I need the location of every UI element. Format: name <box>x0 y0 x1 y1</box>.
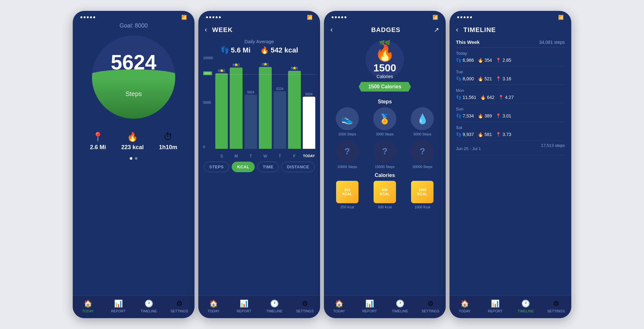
nav-today-2[interactable]: 🏠 TODAY <box>198 300 229 313</box>
steps-label: Steps <box>125 90 142 98</box>
report-icon-2: 📊 <box>240 300 248 308</box>
bar-4 <box>274 91 286 149</box>
x-label-1: M <box>230 154 242 158</box>
wifi-icon: 📶 <box>181 15 187 20</box>
status-bar-4: 📶 <box>450 11 571 22</box>
nav-today-3[interactable]: 🏠 TODAY <box>324 300 354 313</box>
green-fill <box>92 79 175 119</box>
y-label-top: 10000 <box>203 56 213 60</box>
sun-distance-stat: 📍 3.01 <box>496 113 511 118</box>
calories-section-title: Calories <box>324 173 446 178</box>
badges-header: ‹ BADGES ↗ <box>324 22 446 36</box>
avg-calories: 🔥 542 kcal <box>260 46 298 54</box>
nav-today[interactable]: 🏠 TODAY <box>73 300 103 313</box>
today-calories-stat: 🔥 354 <box>478 58 492 63</box>
sd <box>464 16 466 18</box>
bar-6 <box>303 97 315 149</box>
pin-icon-sat: 📍 <box>496 132 501 137</box>
status-bar-2: 📶 <box>198 11 320 22</box>
steps-section-title: Steps <box>324 99 446 105</box>
sat-calories: 581 <box>484 132 492 137</box>
footstep-icon-sun: 👣 <box>456 113 461 118</box>
day-sat-stats: 👣 9,937 🔥 581 📍 3.73 <box>456 132 565 137</box>
settings-icon-4: ⚙ <box>553 300 559 308</box>
nav-timeline-3[interactable]: 🕐 TIMELINE <box>385 300 415 313</box>
sd <box>460 16 462 18</box>
unknown-icon-2: ? <box>382 146 387 156</box>
badge-250-kcal: 250KCAL 250 Kcal <box>330 181 364 209</box>
bottom-nav-4: 🏠 TODAY 📊 REPORT 🕐 TIMELINE ⚙ SETTINGS <box>450 295 571 318</box>
nav-timeline-4[interactable]: 🕐 TIMELINE <box>510 300 541 313</box>
filter-kcal[interactable]: KCAL <box>232 162 255 172</box>
daily-avg-section: Daily Average 👣 5.6 Mi 🔥 542 kcal <box>198 36 320 56</box>
back-button-week[interactable]: ‹ <box>205 26 207 34</box>
steps-circle: 5624 Steps <box>89 32 178 122</box>
pin-icon-t: 📍 <box>496 58 501 63</box>
goal-line: 8000 <box>215 74 315 75</box>
star-icon-1: ★ <box>234 62 238 68</box>
mon-calories: 642 <box>487 95 494 100</box>
footstep-icon: 👣 <box>220 46 229 54</box>
nav-settings-2[interactable]: ⚙ SETTINGS <box>290 300 320 313</box>
unknown-icon-3: ? <box>420 146 425 156</box>
nav-settings[interactable]: ⚙ SETTINGS <box>164 300 194 313</box>
bar-3: ★ <box>259 67 271 149</box>
badge-1000-kcal-label: 1000 Kcal <box>415 205 430 209</box>
nav-settings-4[interactable]: ⚙ SETTINGS <box>541 300 571 313</box>
nav-report[interactable]: 📊 REPORT <box>103 300 134 313</box>
sd <box>216 16 218 18</box>
nav-report-2[interactable]: 📊 REPORT <box>229 300 259 313</box>
sun-distance: 3.01 <box>502 113 511 118</box>
bar-0: ★ <box>215 73 228 149</box>
sun-calories-stat: 🔥 389 <box>478 113 492 118</box>
date-range-steps: 17,513 steps <box>541 143 565 152</box>
star-icon-3: ★ <box>263 61 268 67</box>
filter-distance[interactable]: DISTANCE <box>281 162 314 172</box>
nav-timeline-label-2: TIMELINE <box>266 309 283 313</box>
sd <box>470 16 472 18</box>
nav-settings-3[interactable]: ⚙ SETTINGS <box>415 300 446 313</box>
mon-distance-stat: 📍 4.27 <box>498 95 514 100</box>
nav-settings-label: SETTINGS <box>170 309 188 313</box>
pin-icon-tue: 📍 <box>496 76 501 81</box>
nav-timeline-2[interactable]: 🕐 TIMELINE <box>259 300 290 313</box>
time-icon: ⏱ <box>164 132 173 142</box>
sun-calories: 389 <box>484 113 492 118</box>
badge-circle-1000: 👟 <box>336 107 359 130</box>
back-button-timeline[interactable]: ‹ <box>456 26 458 34</box>
screen-timeline: 📶 ‹ TIMELINE This Week 34,081 steps Toda… <box>450 11 571 318</box>
filter-time[interactable]: TIME <box>257 162 279 172</box>
nav-today-label-2: TODAY <box>208 309 219 313</box>
nav-timeline[interactable]: 🕐 TIMELINE <box>134 300 164 313</box>
badge-circle-10000: ? <box>336 140 359 163</box>
nav-report-4[interactable]: 📊 REPORT <box>480 300 510 313</box>
badge-10000-steps: ? 10000 Steps <box>330 140 364 169</box>
daily-avg-label: Daily Average <box>198 39 320 44</box>
nav-today-label: TODAY <box>82 309 94 313</box>
flame-icon-sun: 🔥 <box>478 113 483 118</box>
badge-500-label: 500 Kcal <box>378 205 392 209</box>
signal-dot <box>90 16 92 18</box>
filter-steps[interactable]: STEPS <box>204 162 229 172</box>
signal-dots-3 <box>332 16 346 18</box>
chart-wrapper: 10000 5000 0 8000 8152★8752★58248831★622… <box>203 56 315 158</box>
nav-report-3[interactable]: 📊 REPORT <box>354 300 385 313</box>
wifi-icon-2: 📶 <box>307 15 312 20</box>
signal-dots <box>80 16 95 18</box>
green-ribbon: 1500 Calories <box>359 82 411 92</box>
timeline-icon-3: 🕐 <box>396 300 404 308</box>
x-label-4: T <box>274 154 286 158</box>
nav-today-4[interactable]: 🏠 TODAY <box>450 300 480 313</box>
nav-settings-4-label: SETTINGS <box>547 309 565 313</box>
back-button-badges[interactable]: ‹ <box>330 26 333 34</box>
signal-dot <box>93 16 95 18</box>
time-value: 1h10m <box>159 144 177 151</box>
bar-value-4: 6224 <box>276 87 283 91</box>
badge-15000-label: 15000 Steps <box>375 165 395 169</box>
stats-row: 📍 2.6 Mi 🔥 223 kcal ⏱ 1h10m <box>79 132 188 151</box>
tue-steps-stat: 👣 8,000 <box>456 76 474 81</box>
shoe-icon: 👟 <box>341 113 353 124</box>
stat-distance: 📍 2.6 Mi <box>90 132 106 151</box>
day-today-stats: 👣 6,986 🔥 354 📍 2.85 <box>456 58 565 63</box>
share-icon[interactable]: ↗ <box>434 26 439 34</box>
